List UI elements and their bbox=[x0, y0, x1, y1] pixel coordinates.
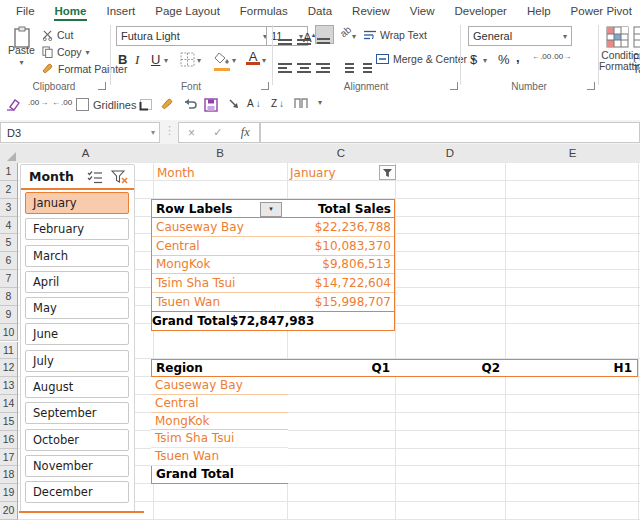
region-row[interactable]: Tsuen Wan bbox=[151, 448, 288, 466]
align-right-button[interactable] bbox=[316, 51, 330, 73]
slicer-item-april[interactable]: April bbox=[25, 271, 129, 293]
decrease-decimal-qat-button[interactable]: .00→ bbox=[28, 98, 48, 107]
slicer-item-august[interactable]: August bbox=[25, 376, 129, 398]
cancel-button[interactable]: × bbox=[188, 126, 195, 140]
pivot-region-cell[interactable]: Tsuen Wan bbox=[152, 295, 220, 309]
pivot-filter-field-cell[interactable]: Month bbox=[157, 166, 195, 180]
grand-total-label-cell[interactable]: Grand Total bbox=[152, 314, 230, 328]
slicer-item-september[interactable]: September bbox=[25, 402, 129, 424]
orientation-caret-icon[interactable]: ▾ bbox=[352, 32, 356, 41]
italic-button[interactable]: I bbox=[135, 50, 139, 70]
row-header[interactable]: 4 bbox=[0, 217, 18, 235]
row-header[interactable]: 15 bbox=[0, 413, 18, 431]
row-header[interactable]: 9 bbox=[0, 306, 18, 324]
cut-button[interactable]: Cut bbox=[42, 29, 73, 41]
format-painter-button[interactable]: Format Painter bbox=[42, 63, 127, 75]
row-header[interactable]: 1 bbox=[0, 163, 18, 181]
tab-review[interactable]: Review bbox=[342, 0, 400, 22]
h1-header-cell[interactable]: H1 bbox=[504, 361, 632, 376]
qat-customize-button[interactable]: ▾ bbox=[318, 98, 322, 107]
column-header-c[interactable]: C bbox=[287, 144, 396, 164]
alignment-dialog-launcher[interactable] bbox=[450, 82, 458, 90]
slicer-item-june[interactable]: June bbox=[25, 323, 129, 345]
row-header[interactable]: 18 bbox=[0, 466, 18, 484]
column-header-b[interactable]: B bbox=[153, 144, 288, 164]
pivot-filter-value-cell[interactable]: January bbox=[290, 166, 336, 180]
row-header[interactable]: 8 bbox=[0, 288, 18, 306]
region-row[interactable]: Causeway Bay bbox=[151, 377, 288, 395]
row-header[interactable]: 17 bbox=[0, 449, 18, 467]
row-labels-filter-button[interactable]: ▾ bbox=[260, 202, 282, 217]
slicer-clear-filter-button[interactable] bbox=[111, 170, 129, 188]
pivot-value-cell[interactable]: $14,722,604 bbox=[315, 276, 394, 290]
select-all-corner[interactable] bbox=[0, 144, 19, 164]
row-header[interactable]: 3 bbox=[0, 199, 18, 217]
row-header[interactable]: 6 bbox=[0, 252, 18, 270]
copy-button[interactable]: Copy ▾ bbox=[42, 46, 90, 58]
row-header[interactable]: 19 bbox=[0, 484, 18, 502]
paste-button[interactable]: Paste ▾ bbox=[8, 26, 35, 67]
pivot-value-cell[interactable]: $9,806,513 bbox=[322, 257, 394, 271]
region-row[interactable]: MongKok bbox=[151, 413, 288, 431]
format-as-table-partial[interactable]: Forma Ta bbox=[633, 26, 640, 75]
tab-developer[interactable]: Developer bbox=[445, 0, 517, 22]
border-draw-button[interactable] bbox=[139, 98, 153, 111]
borders-button[interactable] bbox=[180, 52, 195, 71]
gridlines-checkbox[interactable]: Gridlines bbox=[76, 98, 136, 111]
slicer-item-january[interactable]: January bbox=[25, 192, 129, 214]
enter-button[interactable]: ✓ bbox=[213, 126, 222, 139]
underline-button[interactable]: U bbox=[151, 50, 160, 70]
row-header[interactable]: 12 bbox=[0, 359, 18, 377]
bold-button[interactable]: B bbox=[118, 50, 127, 70]
region-row[interactable]: Tsim Sha Tsui bbox=[151, 430, 288, 448]
row-header[interactable]: 5 bbox=[0, 234, 18, 252]
decrease-indent-button[interactable] bbox=[340, 51, 354, 73]
increase-decimal-button[interactable]: ←.00 bbox=[532, 52, 551, 61]
sort-descending-button[interactable]: Z↓ bbox=[271, 98, 284, 109]
font-color-caret-icon[interactable]: ▾ bbox=[262, 56, 266, 65]
format-painter-qat-button[interactable] bbox=[161, 98, 174, 111]
pivot-region-cell[interactable]: MongKok bbox=[152, 257, 210, 271]
slicer-item-november[interactable]: November bbox=[25, 455, 129, 477]
pivot-value-cell[interactable]: $10,083,370 bbox=[315, 239, 394, 253]
slicer-item-february[interactable]: February bbox=[25, 218, 129, 240]
q2-header-cell[interactable]: Q2 bbox=[396, 361, 500, 376]
row-header[interactable]: 7 bbox=[0, 270, 18, 288]
tab-view[interactable]: View bbox=[400, 0, 445, 22]
row-header[interactable]: 11 bbox=[0, 342, 18, 360]
row-header[interactable]: 13 bbox=[0, 377, 18, 395]
panes-button[interactable] bbox=[294, 98, 308, 109]
eraser-button[interactable] bbox=[6, 98, 20, 111]
region-header-cell[interactable]: Region bbox=[156, 361, 203, 376]
name-box[interactable]: D3 ▾ bbox=[0, 122, 160, 143]
align-bottom-button[interactable] bbox=[315, 25, 334, 44]
number-dialog-launcher[interactable] bbox=[587, 82, 595, 90]
number-format-combo[interactable]: General ▾ bbox=[468, 26, 572, 46]
insert-function-button[interactable]: fx bbox=[241, 125, 250, 140]
q1-header-cell[interactable]: Q1 bbox=[288, 361, 390, 376]
tab-data[interactable]: Data bbox=[298, 0, 342, 22]
pivot-value-cell[interactable]: $22,236,788 bbox=[315, 220, 394, 234]
save-button[interactable] bbox=[204, 98, 218, 112]
row-header[interactable]: 20 bbox=[0, 502, 18, 520]
slicer-multiselect-button[interactable] bbox=[87, 170, 103, 188]
total-sales-header-cell[interactable]: Total Sales bbox=[318, 202, 394, 216]
pivot-filter-dropdown-button[interactable] bbox=[379, 165, 396, 180]
slicer-item-may[interactable]: May bbox=[25, 297, 129, 319]
fill-color-button[interactable] bbox=[214, 51, 230, 71]
borders-caret-icon[interactable]: ▾ bbox=[197, 56, 201, 65]
increase-decimal-qat-button[interactable]: ←.00 bbox=[52, 98, 72, 107]
sort-ascending-button[interactable]: A↓ bbox=[247, 98, 261, 109]
currency-button[interactable]: $ bbox=[470, 50, 477, 70]
pivot-value-cell[interactable]: $15,998,707 bbox=[315, 295, 394, 309]
font-name-combo[interactable]: Futura Light ▾ bbox=[116, 26, 272, 46]
slicer-item-july[interactable]: July bbox=[25, 350, 129, 372]
column-header-a[interactable]: A bbox=[18, 144, 154, 164]
slicer-item-october[interactable]: October bbox=[25, 429, 129, 451]
tab-power-pivot[interactable]: Power Pivot bbox=[561, 0, 640, 22]
decrease-decimal-button[interactable]: .00→ bbox=[552, 52, 571, 61]
align-center-button[interactable] bbox=[297, 51, 311, 73]
clipboard-dialog-launcher[interactable] bbox=[98, 82, 106, 90]
pivot-region-cell[interactable]: Tsim Sha Tsui bbox=[152, 276, 235, 290]
tab-home[interactable]: Home bbox=[45, 0, 97, 22]
